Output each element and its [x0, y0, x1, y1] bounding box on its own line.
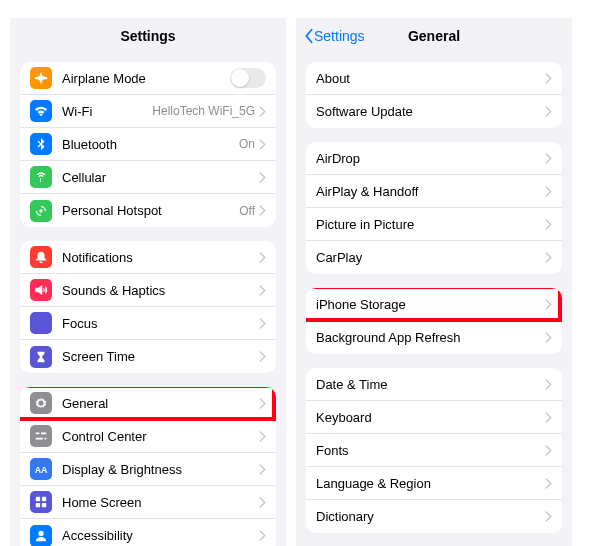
chevron-right-icon	[545, 412, 552, 423]
row-label: Personal Hotspot	[62, 203, 239, 218]
chevron-right-icon	[259, 106, 266, 117]
airplane-icon	[30, 67, 52, 89]
row-airplane-mode: Airplane Mode	[20, 62, 276, 95]
row-label: Focus	[62, 316, 259, 331]
row-background-app-refresh[interactable]: Background App Refresh	[306, 321, 562, 354]
row-label: Accessibility	[62, 528, 259, 543]
row-about[interactable]: About	[306, 62, 562, 95]
chevron-right-icon	[545, 106, 552, 117]
chevron-right-icon	[259, 398, 266, 409]
chevron-right-icon	[545, 252, 552, 263]
wifi-icon	[30, 100, 52, 122]
row-label: Date & Time	[316, 377, 545, 392]
row-label: Control Center	[62, 429, 259, 444]
row-language-region[interactable]: Language & Region	[306, 467, 562, 500]
chevron-right-icon	[259, 139, 266, 150]
row-label: Software Update	[316, 104, 545, 119]
chevron-right-icon	[545, 73, 552, 84]
back-label: Settings	[314, 28, 365, 44]
row-carplay[interactable]: CarPlay	[306, 241, 562, 274]
chevron-right-icon	[259, 431, 266, 442]
chevron-right-icon	[545, 445, 552, 456]
chevron-right-icon	[545, 299, 552, 310]
row-focus[interactable]: Focus	[20, 307, 276, 340]
settings-group: Date & TimeKeyboardFontsLanguage & Regio…	[306, 368, 562, 533]
row-label: Cellular	[62, 170, 259, 185]
row-screen-time[interactable]: Screen Time	[20, 340, 276, 373]
settings-group: Airplane ModeWi-FiHelloTech WiFi_5GBluet…	[20, 62, 276, 227]
settings-group: AboutSoftware Update	[306, 62, 562, 128]
row-label: Display & Brightness	[62, 462, 259, 477]
chevron-right-icon	[259, 252, 266, 263]
aa-icon	[30, 458, 52, 480]
row-iphone-storage[interactable]: iPhone Storage	[306, 288, 562, 321]
chevron-right-icon	[259, 497, 266, 508]
row-label: Fonts	[316, 443, 545, 458]
row-personal-hotspot[interactable]: Personal HotspotOff	[20, 194, 276, 227]
chevron-right-icon	[545, 186, 552, 197]
row-fonts[interactable]: Fonts	[306, 434, 562, 467]
chevron-right-icon	[545, 332, 552, 343]
chevron-right-icon	[545, 478, 552, 489]
row-display-brightness[interactable]: Display & Brightness	[20, 453, 276, 486]
settings-panel: Settings Airplane ModeWi-FiHelloTech WiF…	[10, 18, 286, 546]
row-label: AirDrop	[316, 151, 545, 166]
row-label: Keyboard	[316, 410, 545, 425]
row-airdrop[interactable]: AirDrop	[306, 142, 562, 175]
row-bluetooth[interactable]: BluetoothOn	[20, 128, 276, 161]
row-label: Wi-Fi	[62, 104, 152, 119]
row-home-screen[interactable]: Home Screen	[20, 486, 276, 519]
cellular-icon	[30, 166, 52, 188]
moon-icon	[30, 312, 52, 334]
row-label: Notifications	[62, 250, 259, 265]
row-sounds-haptics[interactable]: Sounds & Haptics	[20, 274, 276, 307]
chevron-right-icon	[545, 511, 552, 522]
chevron-right-icon	[259, 351, 266, 362]
row-airplay-handoff[interactable]: AirPlay & Handoff	[306, 175, 562, 208]
row-label: Dictionary	[316, 509, 545, 524]
chevron-right-icon	[259, 464, 266, 475]
settings-group: AirDropAirPlay & HandoffPicture in Pictu…	[306, 142, 562, 274]
row-dictionary[interactable]: Dictionary	[306, 500, 562, 533]
row-label: About	[316, 71, 545, 86]
back-chevron-icon	[304, 28, 314, 44]
row-label: Language & Region	[316, 476, 545, 491]
row-wi-fi[interactable]: Wi-FiHelloTech WiFi_5G	[20, 95, 276, 128]
row-keyboard[interactable]: Keyboard	[306, 401, 562, 434]
settings-group: GeneralControl CenterDisplay & Brightnes…	[20, 387, 276, 546]
row-date-time[interactable]: Date & Time	[306, 368, 562, 401]
row-label: Picture in Picture	[316, 217, 545, 232]
row-label: Home Screen	[62, 495, 259, 510]
row-cellular[interactable]: Cellular	[20, 161, 276, 194]
settings-group: iPhone StorageBackground App Refresh	[306, 288, 562, 354]
bell-icon	[30, 246, 52, 268]
row-label: General	[62, 396, 259, 411]
row-label: Bluetooth	[62, 137, 239, 152]
back-button[interactable]: Settings	[304, 28, 365, 44]
chevron-right-icon	[259, 205, 266, 216]
chevron-right-icon	[259, 285, 266, 296]
hourglass-icon	[30, 346, 52, 368]
speaker-icon	[30, 279, 52, 301]
sliders-icon	[30, 425, 52, 447]
row-label: iPhone Storage	[316, 297, 545, 312]
row-label: Sounds & Haptics	[62, 283, 259, 298]
row-picture-in-picture[interactable]: Picture in Picture	[306, 208, 562, 241]
chevron-right-icon	[545, 219, 552, 230]
chevron-right-icon	[545, 153, 552, 164]
row-value: On	[239, 137, 255, 151]
row-notifications[interactable]: Notifications	[20, 241, 276, 274]
row-value: HelloTech WiFi_5G	[152, 104, 255, 118]
row-software-update[interactable]: Software Update	[306, 95, 562, 128]
general-title: General	[408, 28, 460, 44]
general-header: Settings General	[296, 18, 572, 54]
row-accessibility[interactable]: Accessibility	[20, 519, 276, 546]
row-label: Screen Time	[62, 349, 259, 364]
row-general[interactable]: General	[20, 387, 276, 420]
general-panel: Settings General AboutSoftware UpdateAir…	[296, 18, 572, 546]
row-control-center[interactable]: Control Center	[20, 420, 276, 453]
bluetooth-icon	[30, 133, 52, 155]
airplane-mode-toggle[interactable]	[230, 68, 266, 88]
grid-icon	[30, 491, 52, 513]
settings-header: Settings	[10, 18, 286, 54]
